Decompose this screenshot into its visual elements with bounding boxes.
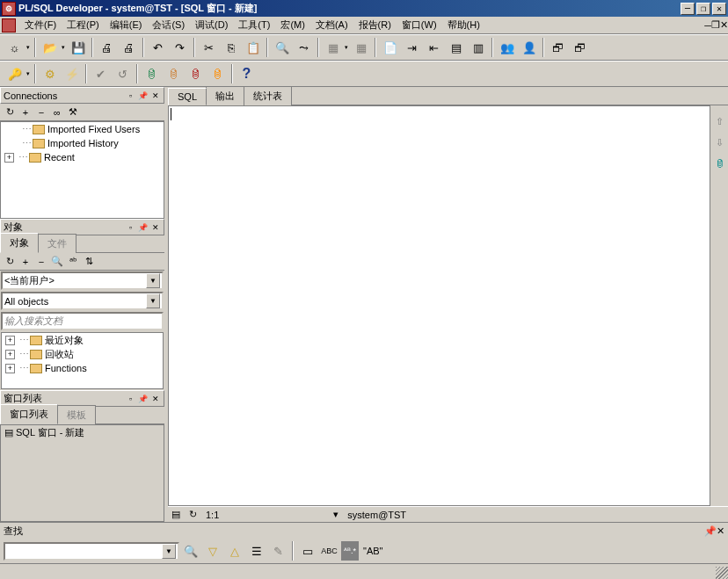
find-regex-icon[interactable]: ᴬᴮ.* — [341, 541, 359, 561]
window-new-icon[interactable]: 🗗 — [570, 38, 590, 57]
tree-item[interactable]: Imported History — [1, 136, 164, 150]
find-input[interactable]: ▼ — [4, 542, 179, 561]
open-icon[interactable]: 📂 — [40, 38, 60, 57]
status-refresh-icon[interactable]: ↻ — [189, 509, 197, 520]
save-icon[interactable]: 💾 — [68, 38, 88, 57]
panel-float-icon[interactable]: ▫ — [125, 393, 136, 404]
find-down-icon[interactable]: ▽ — [202, 541, 222, 561]
uncomment-icon[interactable]: ▥ — [468, 38, 488, 57]
window-copy-icon[interactable]: 🗗 — [548, 38, 568, 57]
copy-icon[interactable]: ⎘ — [221, 38, 241, 57]
cut-icon[interactable]: ✂ — [199, 38, 219, 57]
nav-up-icon[interactable]: ⇧ — [712, 114, 726, 128]
panel-close-icon[interactable]: ✕ — [717, 525, 724, 537]
tree-item[interactable]: Imported Fixed Users — [1, 122, 164, 136]
mdi-restore[interactable]: ❐ — [711, 19, 720, 31]
print-icon[interactable]: 🖨 — [97, 38, 117, 57]
obj-sort-icon[interactable]: ⇅ — [81, 255, 97, 269]
connections-tree[interactable]: Imported Fixed Users Imported History +R… — [0, 121, 164, 219]
exec-block-icon[interactable]: ▦ — [323, 38, 343, 57]
tree-item[interactable]: +最近对象 — [2, 333, 163, 347]
find-clear-icon[interactable]: ✎ — [268, 541, 288, 561]
outdent-icon[interactable]: ⇤ — [424, 38, 444, 57]
minimize-button[interactable]: ─ — [681, 3, 695, 15]
comment-icon[interactable]: ▤ — [446, 38, 466, 57]
panel-float-icon[interactable]: ▫ — [125, 90, 136, 101]
tab-windowlist[interactable]: 窗口列表 — [0, 404, 58, 424]
conn-link-icon[interactable]: ∞ — [49, 105, 65, 119]
paste-icon[interactable]: 📋 — [243, 38, 263, 57]
find-all-icon[interactable]: ☰ — [246, 541, 266, 561]
panel-close-icon[interactable]: ✕ — [149, 393, 161, 404]
rollback-icon[interactable]: ↺ — [113, 64, 133, 83]
app-config-icon[interactable]: 👤 — [519, 38, 539, 57]
obj-filter-icon[interactable]: ᵃᵇ — [65, 255, 81, 269]
tab-file[interactable]: 文件 — [38, 234, 76, 253]
tab-objects[interactable]: 对象 — [0, 233, 39, 253]
search-input[interactable]: 输入搜索文档 — [1, 312, 164, 330]
session-icon[interactable]: 👥 — [497, 38, 517, 57]
redo-icon[interactable]: ↷ — [170, 38, 190, 57]
objects-tree[interactable]: +最近对象 +回收站 +Functions — [1, 332, 164, 389]
exec-dd[interactable]: ▾ — [342, 38, 350, 57]
restore-button[interactable]: ❐ — [696, 3, 710, 15]
new-dropdown[interactable]: ▾ — [24, 38, 32, 57]
mdi-minimize[interactable]: ─ — [704, 20, 711, 31]
sql-editor[interactable] — [168, 105, 710, 506]
menu-window[interactable]: 窗口(W) — [397, 17, 442, 33]
panel-close-icon[interactable]: ✕ — [149, 90, 161, 101]
list-item[interactable]: ▤SQL 窗口 - 新建 — [1, 425, 164, 439]
tree-item[interactable]: +回收站 — [2, 347, 163, 361]
obj-remove-icon[interactable]: − — [33, 255, 49, 269]
find-abc-icon[interactable]: ABC — [319, 541, 339, 561]
find-up-icon[interactable]: △ — [224, 541, 244, 561]
find-icon[interactable]: 🔍 — [272, 38, 292, 57]
obj-refresh-icon[interactable]: ↻ — [2, 255, 18, 269]
menu-macro[interactable]: 宏(M) — [275, 17, 310, 33]
explain-icon[interactable]: 📄 — [380, 38, 400, 57]
nav-down-icon[interactable]: ⇩ — [712, 135, 726, 149]
menu-file[interactable]: 文件(F) — [19, 17, 62, 33]
panel-float-icon[interactable]: ▫ — [125, 221, 136, 233]
key-icon[interactable]: 🔑 — [4, 64, 25, 83]
user-combo[interactable]: <当前用户>▼ — [1, 271, 164, 290]
db-orange-icon[interactable]: 🛢 — [207, 64, 228, 83]
menu-help[interactable]: 帮助(H) — [442, 17, 485, 33]
tab-stats[interactable]: 统计表 — [244, 87, 292, 105]
undo-icon[interactable]: ↶ — [148, 38, 168, 57]
panel-pin-icon[interactable]: 📌 — [137, 221, 149, 233]
panel-pin-icon[interactable]: 📌 — [137, 393, 149, 404]
break-icon[interactable]: ⚡ — [62, 64, 82, 83]
help-icon[interactable]: ? — [237, 64, 257, 83]
find-next-icon[interactable]: 🔍 — [180, 541, 200, 561]
tree-item[interactable]: +Functions — [2, 361, 163, 375]
open-dropdown[interactable]: ▾ — [59, 38, 67, 57]
panel-pin-icon[interactable]: 📌 — [137, 90, 149, 101]
resize-grip[interactable] — [716, 567, 728, 579]
gear-icon[interactable]: ⚙ — [40, 64, 60, 83]
obj-add-icon[interactable]: + — [18, 255, 33, 269]
menu-project[interactable]: 工程(P) — [62, 17, 105, 33]
db-sql-icon[interactable]: 🛢 — [164, 64, 184, 83]
menu-debug[interactable]: 调试(D) — [190, 17, 233, 33]
db-red-icon[interactable]: 🛢 — [186, 64, 206, 83]
panel-close-icon[interactable]: ✕ — [149, 221, 161, 233]
conn-remove-icon[interactable]: − — [33, 105, 49, 119]
menu-tools[interactable]: 工具(T) — [233, 17, 275, 33]
close-button[interactable]: ✕ — [712, 3, 726, 15]
conn-refresh-icon[interactable]: ↻ — [2, 105, 18, 119]
tab-output[interactable]: 输出 — [206, 87, 244, 105]
menu-session[interactable]: 会话(S) — [147, 17, 190, 33]
find-text-icon[interactable]: ▭ — [297, 541, 317, 561]
tab-sql[interactable]: SQL — [168, 88, 207, 105]
windowlist-tree[interactable]: ▤SQL 窗口 - 新建 — [0, 424, 164, 522]
db-green-icon[interactable]: 🛢 — [142, 64, 162, 83]
print-setup-icon[interactable]: 🖨 — [119, 38, 139, 57]
key-dd[interactable]: ▾ — [24, 64, 32, 83]
menu-edit[interactable]: 编辑(E) — [105, 17, 148, 33]
exec2-icon[interactable]: ▦ — [351, 38, 371, 57]
menu-doc[interactable]: 文档(A) — [310, 17, 353, 33]
db-icon[interactable]: 🛢 — [712, 156, 726, 170]
mdi-close[interactable]: ✕ — [720, 19, 728, 31]
tree-item[interactable]: +Recent — [1, 150, 164, 164]
